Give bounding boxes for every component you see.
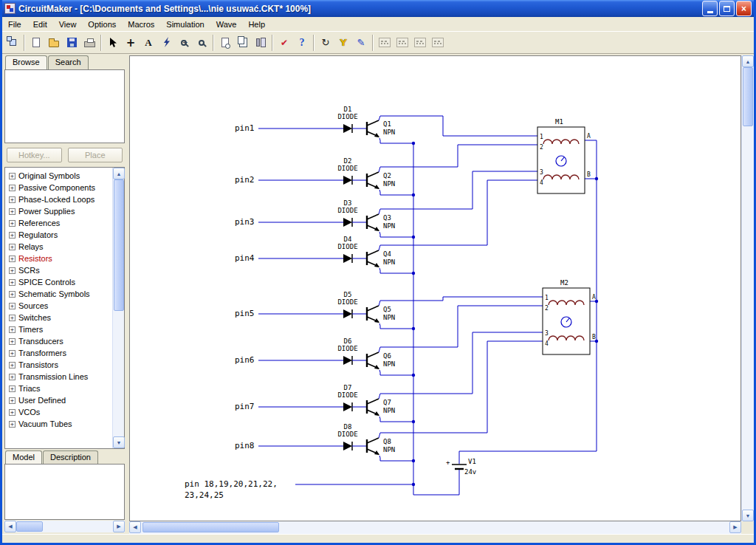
waveform-window-button-3[interactable] — [411, 34, 429, 52]
multi-sheet-button[interactable] — [234, 34, 252, 52]
edit-tool-button[interactable]: ✎ — [352, 34, 370, 52]
menu-simulation[interactable]: Simulation — [160, 18, 210, 31]
tree-item[interactable]: +Triacs — [7, 383, 112, 394]
tree-item[interactable]: +Transducers — [7, 335, 112, 347]
scroll-track[interactable] — [279, 521, 729, 534]
scroll-left-button[interactable]: ◀ — [129, 521, 141, 533]
canvas-vscrollbar[interactable]: ▲ ▼ — [741, 55, 754, 521]
schematic-canvas[interactable]: pin1 D1 DIODE Q1 NPN — [129, 55, 741, 521]
waveform-window-button-1[interactable] — [376, 34, 394, 52]
expand-icon[interactable]: + — [9, 315, 16, 321]
scroll-up-button[interactable]: ▲ — [113, 168, 125, 179]
scroll-thumb[interactable] — [142, 522, 279, 532]
tree-item[interactable]: +SCRs — [7, 264, 112, 276]
expand-icon[interactable]: + — [9, 244, 16, 250]
expand-icon[interactable]: + — [9, 256, 16, 262]
scroll-right-button[interactable]: ▶ — [729, 521, 741, 533]
tree-item[interactable]: +Regulators — [7, 229, 112, 241]
scroll-thumb[interactable] — [743, 67, 753, 126]
expand-icon[interactable]: + — [9, 232, 16, 239]
tree-item[interactable]: +Timers — [7, 323, 112, 335]
expand-icon[interactable]: + — [9, 338, 16, 345]
split-view-button[interactable] — [252, 34, 269, 52]
scroll-up-button[interactable]: ▲ — [742, 55, 754, 67]
expand-icon[interactable]: + — [9, 185, 16, 191]
tree-item[interactable]: +Transformers — [7, 347, 112, 359]
tab-search[interactable]: Search — [48, 55, 89, 69]
waveform-window-button-4[interactable] — [429, 34, 447, 52]
menu-help[interactable]: Help — [242, 18, 271, 31]
expand-icon[interactable]: + — [9, 173, 16, 179]
tree-item[interactable]: +References — [7, 217, 112, 229]
print-preview-button[interactable] — [216, 34, 234, 52]
schematic-row-7[interactable]: pin7 D7 DIODE Q7 NPN — [235, 332, 543, 423]
tree-item-resistors[interactable]: +Resistors — [7, 253, 112, 264]
sidebar-scrollbar[interactable]: ◀ ▶ — [4, 521, 125, 532]
tree-item[interactable]: +Relays — [7, 241, 112, 253]
tree-item[interactable]: +User Defined — [7, 394, 112, 406]
expand-icon[interactable]: + — [9, 409, 16, 416]
minimize-button[interactable] — [702, 1, 718, 16]
text-tool-button[interactable]: A — [140, 34, 157, 52]
select-tool-button[interactable] — [104, 34, 122, 52]
zoom-tool-button[interactable] — [175, 34, 193, 52]
tree-item[interactable]: +Transistors — [7, 359, 112, 371]
menu-macros[interactable]: Macros — [122, 18, 160, 31]
hotkey-button[interactable]: Hotkey... — [7, 148, 62, 162]
save-button[interactable] — [63, 34, 80, 52]
magnifier-button[interactable] — [193, 34, 210, 52]
menu-view[interactable]: View — [53, 18, 83, 31]
wire-tool-button[interactable]: + — [122, 34, 140, 52]
expand-icon[interactable]: + — [9, 374, 16, 380]
scroll-down-button[interactable]: ▼ — [113, 436, 125, 448]
menu-file[interactable]: File — [2, 18, 27, 31]
tree-item[interactable]: +Power Supplies — [7, 205, 112, 217]
rules-check-button[interactable]: ✔ — [275, 34, 293, 52]
probe-button[interactable]: Y — [334, 34, 352, 52]
expand-icon[interactable]: + — [9, 350, 16, 357]
schematic-row-1[interactable]: pin1 D1 DIODE Q1 NPN — [235, 106, 537, 145]
pin-note[interactable]: pin 18,19,20,21,22, 23,24,25 — [185, 479, 278, 500]
tree-item[interactable]: +Schematic Symbols — [7, 288, 112, 300]
help-button[interactable]: ? — [293, 34, 311, 52]
expand-icon[interactable]: + — [9, 196, 16, 203]
scroll-thumb[interactable] — [16, 521, 43, 532]
expand-icon[interactable]: + — [9, 421, 16, 428]
tree-item[interactable]: +Phase-Locked Loops — [7, 193, 112, 205]
tree-item[interactable]: +Passive Components — [7, 182, 112, 193]
tree-item[interactable]: +VCOs — [7, 406, 112, 418]
tree-item[interactable]: +Switches — [7, 312, 112, 323]
waveform-window-button-2[interactable] — [394, 34, 411, 52]
canvas-hscrollbar[interactable]: ◀ ▶ — [129, 521, 741, 534]
schematic-row-5[interactable]: pin5 D5 DIODE Q5 NPN — [235, 291, 543, 330]
scroll-track[interactable] — [742, 126, 754, 510]
close-button[interactable]: × — [736, 1, 752, 16]
scroll-right-button[interactable]: ▶ — [113, 521, 125, 532]
expand-icon[interactable]: + — [9, 397, 16, 404]
expand-icon[interactable]: + — [9, 385, 16, 392]
scroll-thumb[interactable] — [114, 179, 124, 311]
new-button[interactable] — [27, 34, 45, 52]
tree-scrollbar[interactable]: ▲ ▼ — [112, 168, 124, 448]
browse-panel-toggle-button[interactable] — [4, 34, 21, 52]
expand-icon[interactable]: + — [9, 279, 16, 286]
expand-icon[interactable]: + — [9, 291, 16, 298]
module-m1[interactable]: M1 1 2 3 4 A B — [537, 118, 591, 193]
restore-button[interactable] — [719, 1, 735, 16]
tree-item[interactable]: +Transmission Lines — [7, 371, 112, 383]
scroll-track[interactable] — [43, 521, 113, 532]
expand-icon[interactable]: + — [9, 220, 16, 227]
tree-item[interactable]: +Original Symbols — [7, 170, 112, 182]
lightning-tool-button[interactable] — [157, 34, 175, 52]
titlebar[interactable]: CircuitMaker - [C:\Documents and Setting… — [2, 0, 754, 17]
scroll-down-button[interactable]: ▼ — [742, 510, 754, 521]
tab-description[interactable]: Description — [43, 450, 98, 464]
menu-edit[interactable]: Edit — [27, 18, 53, 31]
rotate-button[interactable]: ↻ — [317, 34, 334, 52]
menu-wave[interactable]: Wave — [210, 18, 243, 31]
place-button[interactable]: Place — [68, 148, 123, 162]
print-button[interactable] — [80, 34, 98, 52]
tree-item[interactable]: +Sources — [7, 300, 112, 312]
tree-item[interactable]: +Vacuum Tubes — [7, 418, 112, 430]
scroll-track[interactable] — [113, 311, 124, 436]
